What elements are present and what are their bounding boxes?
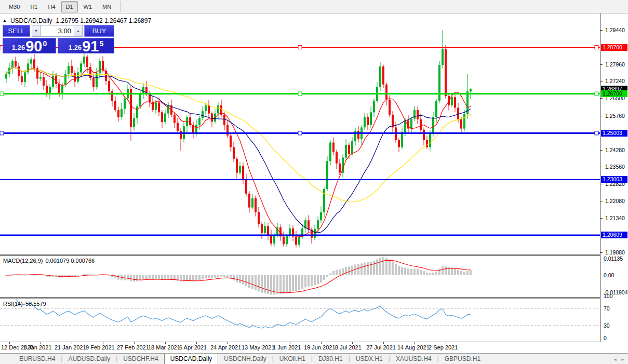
macd-histogram-bar	[395, 264, 397, 275]
sell-price-tile[interactable]: 1.26 90 0	[3, 38, 56, 53]
macd-histogram-bar	[245, 275, 247, 286]
candle-body	[226, 125, 229, 136]
candle-body	[332, 142, 335, 152]
macd-histogram-bar	[295, 275, 297, 291]
tab-ukoil-h1[interactable]: UKOil.H1	[274, 354, 311, 364]
overlay-ma-fast	[6, 67, 471, 236]
tab-usdcnh-daily[interactable]: USDCNH.Daily	[218, 354, 272, 364]
one-click-trading-panel: SELL ▼ 3.00 ▲ BUY 1.26 90 0 1.26 91	[3, 25, 114, 53]
macd-histogram-bar	[389, 260, 391, 275]
price-tick: 1.29440	[605, 27, 625, 33]
date-label: 1 Jun 2021	[273, 344, 301, 350]
candle-body	[454, 97, 456, 107]
macd-histogram-bar	[357, 264, 359, 275]
candle-wick	[41, 73, 41, 81]
macd-histogram-bar	[117, 275, 119, 280]
candle-body	[86, 57, 88, 67]
macd-histogram-bar	[423, 271, 425, 275]
candle-body	[117, 110, 119, 117]
line-handle[interactable]	[595, 131, 598, 135]
candle-body	[102, 61, 104, 71]
tab-scroll-left-icon[interactable]: ◂	[614, 357, 617, 362]
candle-body	[61, 85, 63, 94]
candle-body	[426, 140, 428, 147]
line-handle[interactable]	[298, 131, 302, 135]
chart-marker-icon: ▲	[3, 18, 7, 23]
candle-body	[445, 49, 447, 96]
candle-body	[155, 103, 157, 110]
tab-usdchf-h4[interactable]: USDCHF.H4	[117, 354, 164, 364]
macd-histogram-bar	[401, 267, 403, 275]
rsi-indicator-canvas[interactable]	[0, 299, 600, 342]
lot-decrease-button[interactable]: ▼	[32, 25, 41, 37]
candle-body	[236, 159, 238, 173]
date-tick-mark	[290, 342, 290, 344]
buy-button[interactable]: BUY	[84, 25, 114, 37]
line-handle[interactable]	[595, 92, 598, 96]
macd-histogram-bar	[332, 271, 335, 275]
macd-histogram-bar	[152, 275, 154, 279]
macd-histogram-bar	[463, 272, 465, 275]
line-handle[interactable]	[0, 92, 4, 96]
panel-divider[interactable]	[0, 254, 628, 254]
line-handle[interactable]	[0, 131, 4, 135]
rsi-name: RSI(14)	[3, 301, 23, 307]
candle-body	[83, 57, 85, 63]
candle-body	[435, 101, 437, 117]
date-tick-mark	[9, 342, 10, 344]
tab-usdcad-daily[interactable]: USDCAD.Daily	[164, 354, 219, 364]
chevron-up-icon: ▲	[76, 29, 80, 33]
tab-usdx-h1[interactable]: USDX.H1	[350, 354, 389, 364]
lot-increase-button[interactable]: ▲	[74, 25, 83, 37]
timeframe-button-h4[interactable]: H4	[43, 1, 60, 12]
macd-histogram-bar	[267, 275, 269, 294]
price-tick: 1.24280	[605, 147, 625, 153]
date-label: 2 Sep 2021	[429, 344, 458, 350]
sell-button[interactable]: SELL	[3, 25, 30, 37]
line-handle[interactable]	[298, 46, 302, 49]
line-handle[interactable]	[298, 92, 302, 96]
price-tick-mark	[600, 64, 603, 65]
chart-area: ▲ USDCAD,Daily 1.26795 1.26942 1.26467 1…	[0, 14, 628, 353]
tab-gbpusd-h1[interactable]: GBPUSD.H1	[439, 354, 486, 364]
tab-dj30-h1[interactable]: DJ30.H1	[313, 354, 349, 364]
candle-body	[208, 105, 210, 114]
tab-scroll-right-icon[interactable]: ▸	[621, 357, 624, 362]
candle-body	[357, 131, 359, 139]
macd-histogram-bar	[233, 275, 235, 280]
macd-histogram-bar	[205, 275, 207, 278]
time-axis[interactable]: 12 Dec 20201 Jan 202121 Jan 20219 Feb 20…	[0, 342, 600, 353]
tab-xauusd-h4[interactable]: XAUUSD.H4	[390, 354, 437, 364]
line-handle[interactable]	[595, 46, 598, 49]
candle-body	[264, 226, 266, 233]
price-tick-mark	[600, 81, 603, 82]
price-tick-mark	[600, 167, 603, 167]
candle-body	[139, 94, 141, 106]
macd-histogram-bar	[192, 275, 194, 281]
candle-body	[413, 110, 416, 119]
tab-eurusd-h4[interactable]: EURUSD.H4	[14, 354, 61, 364]
buy-price-prefix: 1.26	[69, 44, 82, 51]
candle-body	[298, 237, 300, 245]
macd-histogram-bar	[149, 275, 151, 279]
tab-audusd-daily[interactable]: AUDUSD.Daily	[62, 354, 116, 364]
timeframe-button-h1[interactable]: H1	[25, 1, 42, 12]
timeframe-button-w1[interactable]: W1	[79, 1, 97, 12]
panel-divider[interactable]	[0, 297, 628, 298]
candle-body	[258, 212, 260, 224]
lot-size-input[interactable]: 3.00	[41, 25, 74, 37]
candle-body	[198, 118, 201, 125]
timeframe-button-m30[interactable]: M30	[4, 1, 24, 12]
candle-body	[114, 101, 116, 110]
date-tick-mark	[259, 342, 259, 344]
macd-histogram-bar	[74, 275, 76, 276]
candle-body	[389, 100, 391, 115]
price-axis[interactable]: 1.294401.279601.272401.265001.257601.242…	[600, 14, 628, 342]
macd-histogram-bar	[292, 275, 294, 291]
date-tick-mark	[415, 342, 415, 344]
candle-body	[68, 66, 70, 74]
buy-price-tile[interactable]: 1.26 91 5	[58, 38, 114, 53]
macd-histogram-bar	[264, 275, 266, 293]
timeframe-button-mn[interactable]: MN	[98, 1, 116, 12]
timeframe-button-d1[interactable]: D1	[61, 1, 78, 12]
